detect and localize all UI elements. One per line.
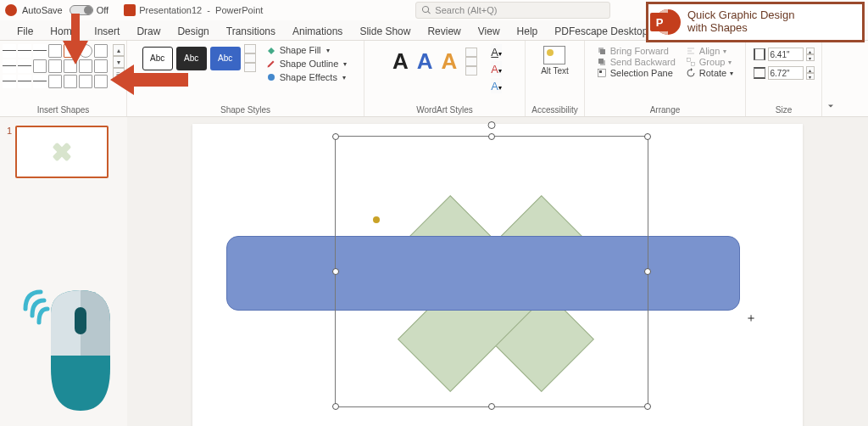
shape-line-arrow-icon[interactable] xyxy=(18,44,31,58)
shape-arrow-right-icon[interactable] xyxy=(33,59,47,73)
tutorial-arrow-down-icon xyxy=(63,14,88,64)
alt-text-button[interactable]: Alt Text xyxy=(536,44,574,77)
group-button[interactable]: Group▾ xyxy=(686,57,733,67)
height-up[interactable]: ▴ xyxy=(806,48,815,54)
rotate-handle[interactable] xyxy=(488,121,496,129)
adjust-handle[interactable] xyxy=(373,216,380,223)
shape-elbow2-icon[interactable] xyxy=(18,59,31,73)
svg-rect-8 xyxy=(691,63,694,66)
shape-triangle-icon[interactable] xyxy=(94,44,108,58)
handle-e[interactable] xyxy=(644,268,651,275)
group-arrange: Bring Forward Send Backward Selection Pa… xyxy=(585,41,746,116)
handle-se[interactable] xyxy=(644,403,651,410)
powerpoint-icon xyxy=(5,4,17,16)
collapse-ribbon-button[interactable] xyxy=(822,41,839,116)
shape-arrow-down-icon[interactable] xyxy=(48,59,62,73)
handle-sw[interactable] xyxy=(332,403,339,410)
selection-box xyxy=(335,136,648,407)
shape-connector-icon[interactable] xyxy=(33,44,47,58)
wordart-style-1[interactable]: A xyxy=(392,48,409,75)
badge-line1: Quick Graphic Design xyxy=(687,9,794,22)
width-down[interactable]: ▾ xyxy=(806,73,815,80)
badge-line2: with Shapes xyxy=(687,22,794,35)
svg-rect-9 xyxy=(75,307,86,334)
align-icon xyxy=(686,46,696,56)
send-backward-button[interactable]: Send Backward xyxy=(597,57,676,67)
shape-rect-icon[interactable] xyxy=(48,44,62,58)
group-wordart: A A A A▾ A▾ A▾ WordArt Styles xyxy=(364,41,526,116)
tab-transitions[interactable]: Transitions xyxy=(218,22,284,40)
tab-design[interactable]: Design xyxy=(169,22,217,40)
width-icon xyxy=(754,67,765,79)
align-button[interactable]: Align▾ xyxy=(686,46,733,56)
tab-draw[interactable]: Draw xyxy=(128,22,169,40)
shape-freeform-icon[interactable] xyxy=(18,75,31,88)
mouse-illustration-icon xyxy=(17,275,119,419)
scroll-up-icon[interactable]: ▴ xyxy=(113,44,125,56)
shape-height-field[interactable]: 6.41" ▴▾ xyxy=(754,48,815,61)
style-swatch-blue[interactable]: Abc xyxy=(210,47,241,70)
search-input[interactable]: Search (Alt+Q) xyxy=(415,2,610,19)
handle-nw[interactable] xyxy=(332,133,339,140)
shape-fill-button[interactable]: Shape Fill▾ xyxy=(264,44,349,56)
autosave-label: AutoSave xyxy=(22,5,63,15)
shape-effects-button[interactable]: Shape Effects▾ xyxy=(264,71,349,83)
shape-outline-button[interactable]: Shape Outline▾ xyxy=(264,58,349,70)
wordart-style-3[interactable]: A xyxy=(442,48,458,75)
selection-pane-icon xyxy=(597,68,607,78)
text-effects-button[interactable]: A▾ xyxy=(491,78,502,93)
wordart-style-2[interactable]: A xyxy=(417,48,433,75)
workspace: 1 xyxy=(0,117,868,426)
group-label-accessibility: Accessibility xyxy=(531,104,579,116)
wordart-scroll[interactable] xyxy=(465,48,477,76)
tab-insert[interactable]: Insert xyxy=(86,22,128,40)
slide-canvas[interactable]: ＋ xyxy=(192,124,803,426)
shape-hex-icon[interactable] xyxy=(48,75,62,88)
tab-view[interactable]: View xyxy=(470,22,509,40)
height-icon xyxy=(754,48,765,60)
paint-bucket-icon xyxy=(266,45,276,55)
tab-animations[interactable]: Animations xyxy=(284,22,351,40)
slide-number: 1 xyxy=(7,126,12,178)
shapes-gallery[interactable] xyxy=(3,44,108,88)
tutorial-badge: Quick Graphic Design with Shapes xyxy=(646,2,865,42)
shape-plus-icon[interactable] xyxy=(94,75,108,88)
alt-text-icon xyxy=(543,46,565,64)
tab-help[interactable]: Help xyxy=(509,22,547,40)
style-scroll[interactable] xyxy=(244,44,256,72)
group-icon xyxy=(686,57,696,67)
width-up[interactable]: ▴ xyxy=(806,66,815,73)
shape-width-field[interactable]: 6.72" ▴▾ xyxy=(754,66,815,80)
group-label-arrange: Arrange xyxy=(590,104,740,116)
shape-line-icon[interactable] xyxy=(3,44,16,58)
rotate-button[interactable]: Rotate▾ xyxy=(686,68,733,78)
height-value[interactable]: 6.41" xyxy=(768,48,804,61)
handle-n[interactable] xyxy=(488,133,495,140)
selection-pane-button[interactable]: Selection Pane xyxy=(597,68,676,78)
thumbnail-cross-icon xyxy=(52,142,72,162)
width-value[interactable]: 6.72" xyxy=(768,66,804,80)
tab-file[interactable]: File xyxy=(8,22,42,40)
shape-scribble-icon[interactable] xyxy=(33,75,47,88)
slide-area[interactable]: ＋ xyxy=(127,117,868,426)
svg-rect-6 xyxy=(599,70,602,73)
shape-curve-icon[interactable] xyxy=(3,75,16,88)
shape-cloud-icon[interactable] xyxy=(94,59,108,73)
handle-ne[interactable] xyxy=(644,133,651,140)
bring-forward-icon xyxy=(597,46,607,56)
text-outline-button[interactable]: A▾ xyxy=(491,61,502,76)
wordart-gallery[interactable]: A A A xyxy=(387,44,482,79)
text-fill-button[interactable]: A▾ xyxy=(491,44,502,59)
shape-elbow-icon[interactable] xyxy=(3,59,16,73)
bring-forward-button[interactable]: Bring Forward xyxy=(597,46,676,56)
handle-w[interactable] xyxy=(332,268,339,275)
handle-s[interactable] xyxy=(488,403,495,410)
rotate-icon xyxy=(686,68,696,78)
shape-star-icon[interactable] xyxy=(64,75,77,88)
shape-banner-icon[interactable] xyxy=(79,75,92,88)
group-label-insert-shapes: Insert Shapes xyxy=(5,104,121,116)
slide-thumbnail-1[interactable] xyxy=(15,126,108,178)
tab-slideshow[interactable]: Slide Show xyxy=(351,22,419,40)
tab-review[interactable]: Review xyxy=(419,22,469,40)
height-down[interactable]: ▾ xyxy=(806,54,815,61)
